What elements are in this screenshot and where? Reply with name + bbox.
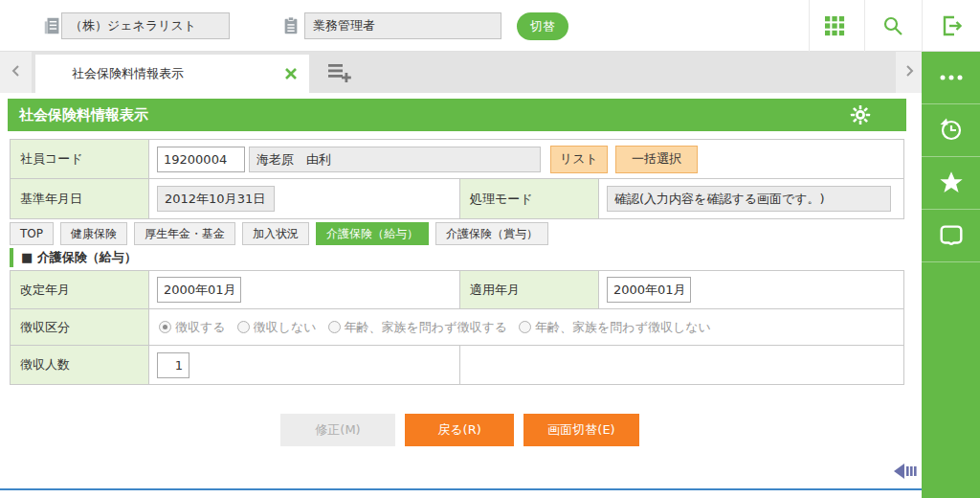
empty-cell — [460, 346, 903, 384]
table-row: 徴収人数 — [11, 346, 903, 384]
search-icon[interactable] — [880, 13, 906, 40]
role-field[interactable] — [304, 12, 501, 39]
main-content: 社会保険料情報表示 社員コード 海老原 由利 リスト 一括選択 基準年月日 20… — [0, 93, 922, 498]
base-date-box: 2012年10月31日 — [157, 186, 275, 212]
employee-info-table: 社員コード 海老原 由利 リスト 一括選択 基準年月日 2012年10月31日 … — [10, 139, 904, 219]
building-icon — [42, 15, 63, 39]
history-icon[interactable] — [922, 104, 980, 157]
tab-shakai-hokenryo[interactable]: 社会保険料情報表示 — [35, 55, 309, 93]
divider — [809, 0, 810, 52]
radio-label: 年齢、家族を問わず徴収しない — [535, 319, 711, 336]
top-bar: 切替 — [0, 0, 980, 52]
logout-icon[interactable] — [938, 13, 965, 40]
collapse-arrow-icon[interactable] — [892, 462, 919, 481]
radio-icon — [328, 321, 341, 333]
process-mode-label: 処理モード — [460, 179, 599, 218]
app-window: 切替 社会保険料情報表示 — [0, 0, 980, 498]
table-row: 徴収区分 徴収する 徴収しない 年齢、家族を問わず徴収する 年齢、家族を問わず徴… — [11, 309, 903, 346]
collection-count-input[interactable] — [157, 352, 189, 378]
gear-icon[interactable] — [849, 104, 872, 127]
radio-icon — [159, 321, 171, 333]
divider — [864, 0, 865, 52]
collection-type-radios: 徴収する 徴収しない 年齢、家族を問わず徴収する 年齢、家族を問わず徴収しない — [149, 309, 903, 345]
bulk-select-button[interactable]: 一括選択 — [615, 146, 698, 173]
table-row: 社員コード 海老原 由利 リスト 一括選択 — [11, 140, 903, 179]
clipboard-icon — [281, 15, 301, 39]
page-header: 社会保険料情報表示 — [8, 99, 906, 131]
radio-option[interactable]: 徴収する — [159, 319, 226, 336]
employee-code-input[interactable] — [157, 147, 245, 172]
tab-kanyu-jokyo[interactable]: 加入状況 — [242, 222, 309, 245]
collection-count-label: 徴収人数 — [11, 346, 149, 384]
employee-code-label: 社員コード — [11, 140, 149, 178]
tab-kenko-hoken[interactable]: 健康保険 — [60, 222, 127, 245]
chevron-left-icon[interactable] — [0, 52, 32, 93]
tab-kaigo-hoken-shoyo[interactable]: 介護保険（賞与） — [435, 222, 548, 245]
radio-option[interactable]: 年齢、家族を問わず徴収しない — [519, 319, 711, 336]
base-date-label: 基準年月日 — [11, 179, 149, 218]
document-tab-bar: 社会保険料情報表示 — [0, 52, 922, 93]
more-icon[interactable] — [922, 52, 980, 104]
switch-button[interactable]: 切替 — [517, 12, 568, 40]
tab-kosei-nenkin[interactable]: 厚生年金・基金 — [134, 222, 235, 245]
radio-option[interactable]: 年齢、家族を問わず徴収する — [328, 319, 508, 336]
add-tab-icon[interactable] — [325, 61, 354, 84]
employee-name-box: 海老原 由利 — [249, 147, 541, 172]
radio-label: 徴収する — [175, 319, 226, 336]
section-title: ■ 介護保険（給与） — [10, 248, 137, 267]
table-row: 基準年月日 2012年10月31日 処理モード 確認(入力内容を確認する画面です… — [11, 179, 903, 218]
right-sidebar — [922, 52, 980, 498]
table-row: 改定年月 適用年月 — [11, 271, 903, 309]
radio-icon — [237, 321, 250, 333]
bottom-divider — [0, 488, 922, 490]
tab-top[interactable]: TOP — [10, 222, 54, 245]
list-button[interactable]: リスト — [550, 146, 608, 173]
base-date-cell: 2012年10月31日 — [149, 179, 460, 218]
back-button[interactable]: 戻る(R) — [405, 414, 514, 446]
process-mode-box: 確認(入力内容を確認する画面です。) — [607, 186, 891, 212]
tab-kaigo-hoken-kyuyo[interactable]: 介護保険（給与） — [316, 222, 429, 245]
revision-month-label: 改定年月 — [11, 271, 149, 308]
radio-icon — [519, 321, 531, 333]
screen-switch-button[interactable]: 画面切替(E) — [523, 414, 639, 446]
employee-code-cell: 海老原 由利 リスト 一括選択 — [149, 140, 903, 178]
star-icon[interactable] — [922, 157, 980, 210]
close-icon[interactable] — [284, 67, 298, 80]
modify-button[interactable]: 修正(M) — [280, 414, 395, 446]
revision-month-cell — [149, 271, 460, 308]
divider — [922, 0, 923, 52]
kaigo-hoken-table: 改定年月 適用年月 徴収区分 徴収する 徴収しない 年齢、家族を問わず徴収する … — [10, 270, 904, 385]
radio-label: 年齢、家族を問わず徴収する — [345, 319, 508, 336]
memo-icon[interactable] — [922, 210, 980, 262]
radio-option[interactable]: 徴収しない — [237, 319, 317, 336]
collection-count-cell — [149, 346, 460, 384]
apply-month-cell — [599, 271, 903, 308]
process-mode-cell: 確認(入力内容を確認する画面です。) — [599, 179, 903, 218]
radio-label: 徴収しない — [254, 319, 317, 336]
tab-title: 社会保険料情報表示 — [72, 55, 184, 93]
revision-month-input[interactable] — [157, 277, 241, 303]
company-field[interactable] — [61, 12, 230, 39]
page-title: 社会保険料情報表示 — [8, 106, 148, 124]
apply-month-input[interactable] — [607, 277, 691, 303]
apply-month-label: 適用年月 — [460, 271, 599, 308]
apps-grid-icon[interactable] — [821, 13, 848, 40]
footer-buttons: 修正(M) 戻る(R) 画面切替(E) — [280, 414, 639, 446]
collection-type-label: 徴収区分 — [11, 309, 149, 345]
category-tabs: TOP 健康保険 厚生年金・基金 加入状況 介護保険（給与） 介護保険（賞与） — [10, 222, 548, 245]
chevron-right-icon[interactable] — [896, 52, 922, 93]
